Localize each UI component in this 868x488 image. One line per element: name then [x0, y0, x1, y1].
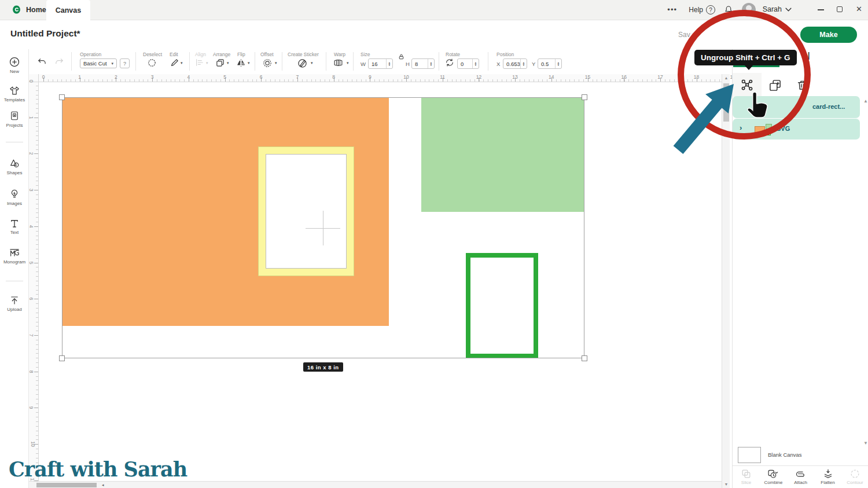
chevron-down-icon[interactable]: ▾: [347, 61, 349, 65]
ungroup-button[interactable]: [733, 73, 762, 97]
layer-thumbnail-green: [766, 124, 772, 129]
sidebar-divider: [6, 281, 23, 281]
chevron-down-icon[interactable]: ▾: [227, 61, 229, 65]
scroll-left-arrow-icon[interactable]: ◂: [102, 483, 104, 487]
edit-button[interactable]: [170, 58, 179, 68]
vertical-scroll-thumb[interactable]: [723, 83, 729, 122]
height-input[interactable]: 8 ▴▾: [411, 58, 435, 69]
horizontal-ruler: 012345678910111213141516171819: [39, 74, 722, 82]
sidebar-item-text[interactable]: Text: [0, 218, 29, 235]
scroll-up-arrow-icon[interactable]: ▲: [722, 76, 730, 80]
ruler-number: 10: [403, 74, 409, 80]
paperclip-icon: [795, 468, 807, 479]
make-button[interactable]: Make: [800, 27, 857, 43]
layer-row-svg-group[interactable]: › SVG: [733, 119, 860, 140]
help-menu[interactable]: Help ?: [689, 5, 715, 14]
height-value: 8: [412, 59, 428, 68]
sticker-pen-icon: [297, 58, 308, 69]
offset-label: Offset: [260, 52, 274, 57]
offset-button[interactable]: [262, 58, 273, 68]
user-menu[interactable]: Sarah: [763, 5, 792, 13]
panel-scroll-up-icon[interactable]: ▲: [863, 98, 868, 104]
flatten-button[interactable]: Flatten: [814, 466, 841, 488]
save-link[interactable]: Sav: [678, 31, 690, 39]
home-tab[interactable]: Home: [12, 5, 46, 14]
redo-button[interactable]: [54, 57, 65, 67]
width-stepper[interactable]: ▴▾: [386, 59, 392, 68]
new-icon: [9, 56, 20, 68]
sidebar-item-new[interactable]: New: [0, 56, 29, 74]
selection-handle-bottom-right[interactable]: [582, 355, 587, 361]
window-close-button[interactable]: ✕: [856, 5, 862, 13]
horizontal-scroll-thumb[interactable]: [36, 483, 97, 487]
topbar: Home Canvas ••• Help ? Sarah ✕: [0, 0, 868, 20]
sidebar-item-projects[interactable]: Projects: [0, 110, 29, 128]
window-maximize-button[interactable]: [837, 6, 843, 12]
duplicate-button[interactable]: [760, 73, 789, 97]
panel-heading-partial: ol: [801, 50, 810, 63]
notifications-button[interactable]: [723, 4, 734, 16]
sidebar-item-templates[interactable]: Templates: [0, 85, 29, 102]
selection-center-crosshair: [323, 211, 323, 245]
rotate-button[interactable]: [445, 58, 454, 67]
scroll-down-arrow-icon[interactable]: ▼: [722, 482, 730, 486]
width-input[interactable]: 16 ▴▾: [368, 58, 393, 69]
sidebar-item-shapes[interactable]: Shapes: [0, 158, 29, 175]
sidebar-item-upload[interactable]: Upload: [0, 295, 29, 312]
operation-help-button[interactable]: ?: [120, 58, 130, 68]
size-lock-button[interactable]: [398, 53, 405, 61]
user-avatar[interactable]: [742, 3, 756, 17]
window-minimize-button[interactable]: [818, 9, 824, 10]
rotate-stepper[interactable]: ▴▾: [472, 59, 479, 68]
canvas-vertical-scrollbar[interactable]: ▲ ▼: [722, 74, 730, 488]
sidebar-item-label: Templates: [0, 97, 29, 102]
align-button[interactable]: [195, 58, 204, 67]
contour-button[interactable]: Contour: [841, 466, 868, 488]
slice-button[interactable]: Slice: [733, 466, 760, 488]
chevron-down-icon[interactable]: ▾: [248, 61, 250, 65]
x-stepper[interactable]: ▴▾: [520, 59, 527, 68]
duplicate-icon: [768, 79, 782, 92]
y-position-input[interactable]: 0.5 ▴▾: [538, 58, 562, 69]
selection-handle-top-left[interactable]: [59, 94, 65, 100]
chevron-down-icon[interactable]: ▾: [275, 61, 277, 65]
delete-button[interactable]: [788, 73, 816, 97]
ruler-number: 2: [115, 74, 117, 80]
expand-chevron-icon[interactable]: ›: [740, 123, 742, 132]
overflow-menu[interactable]: •••: [667, 5, 677, 14]
height-stepper[interactable]: ▴▾: [428, 59, 434, 68]
deselect-button[interactable]: [147, 58, 157, 68]
create-sticker-button[interactable]: [297, 58, 308, 69]
selection-handle-top-right[interactable]: [582, 94, 587, 100]
canvas-tab[interactable]: Canvas: [46, 0, 90, 20]
layer-row-card-rect[interactable]: card-rect...: [733, 96, 860, 118]
combine-button[interactable]: Combine: [760, 466, 787, 488]
rotate-input[interactable]: 0 ▴▾: [457, 58, 479, 69]
attach-button[interactable]: Attach: [787, 466, 814, 488]
width-label: W: [361, 61, 366, 67]
sidebar-item-label: Shapes: [0, 170, 29, 175]
chevron-down-icon[interactable]: ▾: [311, 61, 313, 65]
ruler-number: 14: [549, 74, 554, 80]
warp-button[interactable]: [333, 58, 344, 68]
selection-handle-bottom-left[interactable]: [59, 355, 65, 361]
position-label: Position: [496, 52, 514, 57]
x-position-input[interactable]: 0.653 ▴▾: [503, 58, 527, 69]
chevron-down-icon[interactable]: ▾: [181, 61, 183, 65]
canvas-horizontal-scrollbar[interactable]: ◂: [29, 481, 722, 488]
flip-button[interactable]: [236, 58, 246, 68]
sidebar-item-images[interactable]: Images: [0, 188, 29, 206]
pencil-icon: [170, 58, 179, 68]
ruler-number: 3: [28, 189, 34, 192]
chevron-down-icon: ▾: [206, 61, 208, 65]
blank-canvas-row[interactable]: Blank Canvas: [733, 445, 862, 465]
y-stepper[interactable]: ▴▾: [555, 59, 561, 68]
arrange-button[interactable]: [215, 58, 225, 68]
operation-select[interactable]: Basic Cut▾: [80, 58, 117, 68]
undo-button[interactable]: [36, 57, 47, 67]
sidebar-item-label: Projects: [0, 123, 29, 128]
sidebar-item-monogram[interactable]: Monogram: [0, 247, 29, 265]
canvas-workspace[interactable]: 16 in x 8 in: [39, 82, 722, 481]
panel-scroll-down-icon[interactable]: ▼: [863, 441, 868, 446]
ruler-number: 13: [512, 74, 517, 80]
